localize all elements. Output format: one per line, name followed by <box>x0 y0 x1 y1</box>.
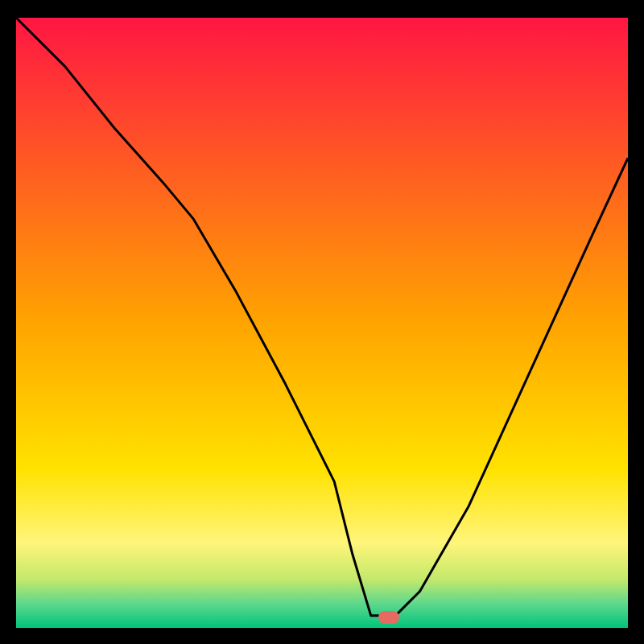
chart-bottleneck-curve <box>16 18 628 628</box>
chart-optimal-marker <box>378 611 399 624</box>
chart-frame: TheBottleneck.com <box>16 18 628 628</box>
